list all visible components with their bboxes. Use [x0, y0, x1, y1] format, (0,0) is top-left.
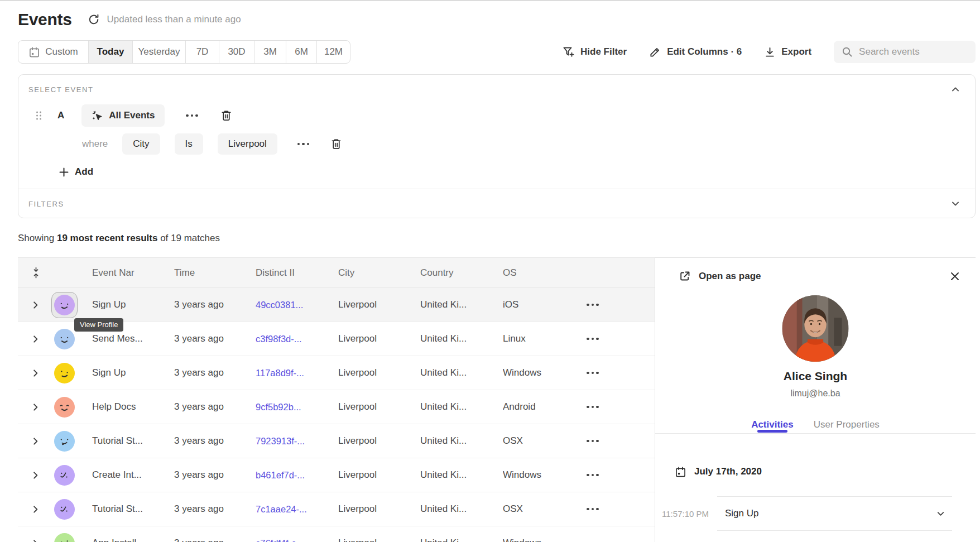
tab-activities[interactable]: Activities: [751, 416, 794, 433]
cell-distinct-id-link[interactable]: c76fdf4f-c...: [256, 538, 338, 542]
table-row[interactable]: Help Docs 3 years ago 9cf5b92b... Liverp…: [18, 390, 655, 424]
expand-row-chevron-icon[interactable]: [31, 335, 47, 343]
tab-3m[interactable]: 3M: [254, 41, 286, 63]
user-avatar[interactable]: [54, 465, 75, 486]
avatar-hover-box[interactable]: [51, 292, 78, 318]
user-avatar[interactable]: [54, 533, 75, 542]
cell-os: OSX: [503, 435, 570, 447]
property-chip[interactable]: City: [122, 133, 160, 155]
where-label: where: [82, 138, 108, 150]
window-top-edge: [0, 0, 980, 1]
expand-row-chevron-icon[interactable]: [31, 437, 47, 445]
expand-row-chevron-icon[interactable]: [31, 301, 47, 309]
activity-entry[interactable]: 11:57:10 PM Sign Up: [717, 496, 952, 531]
results-count: 19 most recent results: [57, 233, 157, 243]
expand-row-chevron-icon[interactable]: [31, 505, 47, 514]
user-avatar[interactable]: [54, 295, 75, 315]
tab-7d[interactable]: 7D: [186, 41, 219, 63]
cell-distinct-id-link[interactable]: 7923913f-...: [256, 436, 338, 447]
tab-12m[interactable]: 12M: [317, 41, 350, 63]
cell-os: Windows: [503, 367, 570, 378]
table-row[interactable]: App Install 3 years ago c76fdf4f-c... Li…: [18, 526, 655, 542]
cell-country: United Ki...: [420, 333, 503, 344]
add-clause-button[interactable]: Add: [59, 162, 93, 181]
table-row[interactable]: Create Int... 3 years ago b461ef7d-... L…: [18, 458, 655, 492]
user-profile-panel: Open as page Alice Singh limuj@he.ba Act…: [655, 257, 976, 542]
expand-row-chevron-icon[interactable]: [31, 471, 47, 479]
tab-30d[interactable]: 30D: [219, 41, 254, 63]
refresh-icon[interactable]: [88, 13, 100, 26]
where-more-options-button[interactable]: [295, 141, 312, 148]
cell-country: United Ki...: [420, 538, 503, 542]
search-input[interactable]: [859, 46, 968, 57]
tab-yesterday[interactable]: Yesterday: [133, 41, 186, 63]
user-avatar[interactable]: [54, 329, 75, 349]
cell-country: United Ki...: [420, 469, 503, 481]
cell-city: Liverpool: [338, 367, 420, 378]
cell-distinct-id-link[interactable]: b461ef7d-...: [256, 470, 338, 481]
user-avatar[interactable]: [54, 363, 75, 383]
table-row[interactable]: Tutorial St... 3 years ago 7923913f-... …: [18, 424, 655, 458]
column-header-time[interactable]: Time: [174, 267, 256, 279]
profile-email: limuj@he.ba: [655, 388, 976, 399]
expand-row-chevron-icon[interactable]: [31, 403, 47, 411]
column-header-distinct-id[interactable]: Distinct II: [256, 267, 338, 279]
close-icon[interactable]: [950, 271, 960, 281]
where-delete-icon[interactable]: [330, 138, 342, 150]
collapse-rows-icon[interactable]: [31, 267, 47, 279]
profile-photo[interactable]: [782, 295, 849, 362]
cell-distinct-id-link[interactable]: 9cf5b92b...: [256, 402, 338, 413]
table-row[interactable]: Tutorial St... 3 years ago 7c1aae24-... …: [18, 492, 655, 526]
row-actions-button[interactable]: [584, 540, 601, 542]
cell-event-name: Sign Up: [92, 299, 174, 310]
column-header-country[interactable]: Country: [420, 267, 503, 279]
event-more-options-button[interactable]: [184, 112, 200, 119]
cell-city: Liverpool: [338, 299, 420, 310]
row-actions-button[interactable]: [584, 335, 601, 343]
column-header-event-name[interactable]: Event Nar: [92, 267, 174, 279]
column-header-os[interactable]: OS: [503, 267, 570, 279]
row-actions-button[interactable]: [584, 404, 601, 411]
hide-filter-button[interactable]: Hide Filter: [563, 46, 627, 58]
table-header-row: Event Nar Time Distinct II City Country …: [18, 257, 655, 288]
all-events-chip[interactable]: All Events: [81, 104, 165, 127]
cell-event-name: Tutorial St...: [92, 503, 174, 515]
row-actions-button[interactable]: [584, 438, 601, 445]
table-row[interactable]: Sign Up 3 years ago 117a8d9f-... Liverpo…: [18, 356, 655, 390]
tab-today[interactable]: Today: [89, 41, 133, 63]
column-header-city[interactable]: City: [338, 267, 420, 279]
operator-chip[interactable]: Is: [175, 133, 203, 155]
user-avatar[interactable]: [54, 499, 75, 520]
filters-label: FILTERS: [28, 200, 64, 208]
event-cursor-icon: [92, 110, 103, 122]
expand-row-chevron-icon[interactable]: [31, 539, 47, 542]
open-as-page-button[interactable]: Open as page: [679, 270, 761, 282]
row-actions-button[interactable]: [584, 370, 601, 377]
cell-distinct-id-link[interactable]: c3f98f3d-...: [256, 334, 338, 344]
chevron-down-icon[interactable]: [950, 199, 960, 209]
tab-6m[interactable]: 6M: [286, 41, 317, 63]
event-delete-icon[interactable]: [220, 109, 232, 122]
row-actions-button[interactable]: [584, 301, 601, 309]
expand-row-chevron-icon[interactable]: [31, 369, 47, 377]
drag-handle-icon[interactable]: [35, 110, 42, 121]
user-avatar[interactable]: [54, 431, 75, 452]
chevron-up-icon[interactable]: [950, 84, 960, 94]
edit-columns-button[interactable]: Edit Columns · 6: [649, 46, 742, 58]
export-button[interactable]: Export: [764, 46, 811, 58]
row-actions-button[interactable]: [584, 506, 601, 513]
profile-tabs: Activities User Properties: [655, 416, 976, 434]
table-row[interactable]: Sign Up 3 years ago 49cc0381... Liverpoo…: [18, 288, 655, 322]
search-events-box[interactable]: [834, 41, 976, 63]
user-avatar[interactable]: [54, 397, 75, 418]
value-chip[interactable]: Liverpool: [218, 133, 277, 155]
tab-custom[interactable]: Custom: [18, 41, 89, 63]
chevron-down-icon[interactable]: [936, 509, 945, 519]
cell-distinct-id-link[interactable]: 7c1aae24-...: [256, 504, 338, 515]
cell-distinct-id-link[interactable]: 49cc0381...: [256, 300, 338, 310]
activity-event-name: Sign Up: [725, 508, 758, 519]
row-actions-button[interactable]: [584, 472, 601, 479]
cell-distinct-id-link[interactable]: 117a8d9f-...: [256, 368, 338, 378]
cell-os: Linux: [503, 333, 570, 344]
tab-user-properties[interactable]: User Properties: [814, 416, 880, 433]
